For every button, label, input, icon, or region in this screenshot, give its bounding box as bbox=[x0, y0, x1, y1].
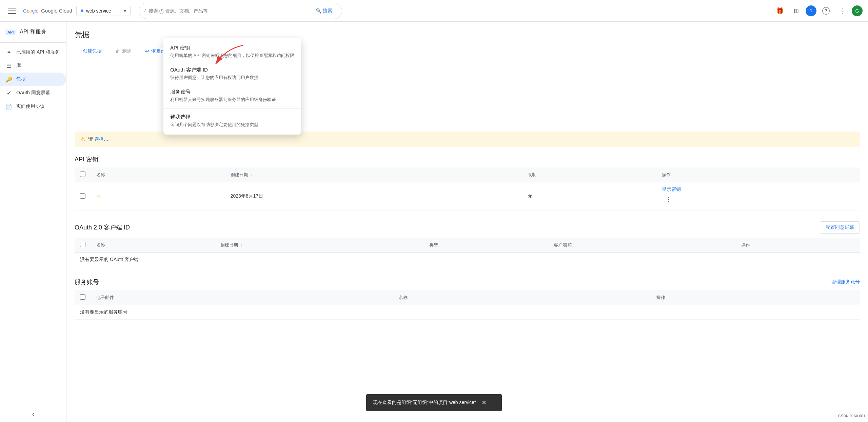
api-keys-header: API 密钥 bbox=[75, 155, 860, 163]
dropdown-item-api-key[interactable]: API 密钥 使用简单的 API 密钥来标识您的项目，以便检查配额和访问权限 bbox=[163, 41, 301, 63]
alert-message: 请 选择… bbox=[88, 136, 108, 142]
project-selector[interactable]: web service ▾ bbox=[76, 6, 131, 16]
main-layout: API API 和服务 ✦ 已启用的 API 和服务 ☰ 库 🔑 凭据 ✔ OA… bbox=[0, 22, 868, 422]
row-date-cell: 2023年8月17日 bbox=[225, 182, 522, 210]
snackbar-message: 现在查看的是组织"无组织"中的项目"web service" bbox=[373, 400, 476, 406]
api-keys-section: API 密钥 名称 创建日期 ↓ 限制 操作 bbox=[75, 155, 860, 210]
library-label: 库 bbox=[16, 63, 21, 69]
sidebar-item-oauth-consent[interactable]: ✔ OAuth 同意屏幕 bbox=[0, 86, 66, 100]
show-key-button[interactable]: 显示密钥 bbox=[662, 186, 681, 193]
row-checkbox[interactable] bbox=[80, 193, 85, 199]
api-keys-col-checkbox bbox=[75, 167, 91, 182]
dropdown-arrow-icon: ▾ bbox=[124, 8, 126, 14]
alert-link[interactable]: 选择… bbox=[94, 136, 108, 142]
help-button[interactable]: ? bbox=[819, 4, 833, 18]
oauth-col-actions: 操作 bbox=[736, 238, 860, 253]
oauth-select-all[interactable] bbox=[80, 242, 85, 247]
api-keys-table-header-row: 名称 创建日期 ↓ 限制 操作 bbox=[75, 167, 860, 182]
notification-count: 1 bbox=[810, 8, 812, 13]
help-choose-desc: 询问几个问题以帮助您决定要使用的凭据类型 bbox=[170, 122, 294, 128]
more-vert-icon: ⋮ bbox=[839, 7, 845, 15]
row-actions-cell: 显示密钥 ⋮ bbox=[656, 182, 860, 210]
topbar-right: 🎁 ⊞ 1 ? ⋮ G bbox=[773, 4, 863, 18]
oauth-consent-label: OAuth 同意屏幕 bbox=[16, 90, 50, 96]
create-credentials-button[interactable]: + 创建凭据 bbox=[75, 45, 106, 57]
api-keys-col-name: 名称 bbox=[91, 167, 225, 182]
snackbar-close-button[interactable]: ✕ bbox=[481, 399, 487, 406]
library-icon: ☰ bbox=[5, 62, 12, 69]
sa-col-checkbox bbox=[75, 290, 91, 305]
sa-col-name: 名称 ↑ bbox=[393, 290, 651, 305]
hamburger-icon bbox=[8, 7, 16, 15]
gift-button[interactable]: 🎁 bbox=[773, 4, 787, 18]
oauth-col-type: 类型 bbox=[424, 238, 548, 253]
logo-text: Google bbox=[23, 8, 38, 14]
sidebar: API API 和服务 ✦ 已启用的 API 和服务 ☰ 库 🔑 凭据 ✔ OA… bbox=[0, 22, 66, 422]
dropdown-item-help-choose[interactable]: 帮我选择 询问几个问题以帮助您决定要使用的凭据类型 bbox=[163, 110, 301, 132]
dropdown-item-service-account[interactable]: 服务账号 利用机器人账号实现服务器到服务器的应用级身份验证 bbox=[163, 85, 301, 107]
row-checkbox-cell bbox=[75, 182, 91, 210]
oauth-section: OAuth 2.0 客户端 ID 配置同意屏幕 名称 创建日期 ↓ 类型 客户端… bbox=[75, 221, 860, 267]
sidebar-item-enabled-apis[interactable]: ✦ 已启用的 API 和服务 bbox=[0, 45, 66, 59]
row-warning-cell: ⚠ bbox=[91, 182, 225, 210]
table-row: 没有要显示的服务账号 bbox=[75, 305, 860, 320]
help-icon: ? bbox=[822, 7, 830, 15]
oauth-table: 名称 创建日期 ↓ 类型 客户端 ID 操作 没有要显示的 OAuth 客户端 bbox=[75, 238, 860, 267]
oauth-empty-message: 没有要显示的 OAuth 客户端 bbox=[75, 253, 860, 267]
project-dot bbox=[81, 9, 83, 12]
logo-g-red2: e bbox=[36, 8, 38, 14]
google-cloud-logo[interactable]: Google Google Cloud bbox=[23, 8, 72, 14]
dropdown-divider bbox=[163, 108, 301, 108]
credentials-icon: 🔑 bbox=[5, 76, 12, 83]
delete-button[interactable]: 🗑 删除 bbox=[111, 45, 136, 57]
topbar: Google Google Cloud web service ▾ / 🔍 搜索… bbox=[0, 0, 868, 22]
enabled-apis-label: 已启用的 API 和服务 bbox=[16, 49, 60, 55]
hamburger-button[interactable] bbox=[5, 4, 19, 18]
enabled-apis-icon: ✦ bbox=[5, 49, 12, 56]
table-row: ⚠ 2023年8月17日 无 显示密钥 ⋮ bbox=[75, 182, 860, 210]
service-accounts-title: 服务账号 bbox=[75, 278, 99, 286]
search-prefix-icon: / bbox=[144, 8, 146, 13]
sidebar-item-library[interactable]: ☰ 库 bbox=[0, 59, 66, 73]
configure-consent-button[interactable]: 配置同意屏幕 bbox=[820, 221, 860, 234]
sidebar-divider-top bbox=[0, 42, 66, 43]
alert-icon: ⚠ bbox=[80, 136, 85, 143]
search-input[interactable] bbox=[149, 8, 309, 14]
delete-icon: 🗑 bbox=[115, 48, 120, 54]
api-keys-title: API 密钥 bbox=[75, 155, 98, 163]
api-keys-table: 名称 创建日期 ↓ 限制 操作 ⚠ 2023年8月17日 bbox=[75, 167, 860, 210]
footer-right-text: CSDN 9160.001 bbox=[838, 414, 865, 418]
page-usage-icon: 📄 bbox=[5, 103, 12, 110]
oauth-title: OAuth 2.0 客户端 ID bbox=[75, 223, 130, 232]
user-avatar[interactable]: G bbox=[852, 5, 863, 16]
search-icon: 🔍 bbox=[316, 8, 321, 14]
search-button[interactable]: 🔍 搜索 bbox=[312, 6, 336, 16]
collapse-icon: ‹ bbox=[32, 410, 35, 418]
sidebar-title: API 和服务 bbox=[20, 28, 46, 36]
api-key-desc: 使用简单的 API 密钥来标识您的项目，以便检查配额和访问权限 bbox=[170, 53, 294, 59]
oauth-col-name: 名称 bbox=[91, 238, 215, 253]
notification-badge[interactable]: 1 bbox=[806, 5, 816, 16]
snackbar-close-icon: ✕ bbox=[481, 399, 487, 406]
row-more-button[interactable]: ⋮ bbox=[662, 193, 675, 206]
gift-icon: 🎁 bbox=[776, 7, 784, 15]
sa-select-all[interactable] bbox=[80, 294, 85, 300]
dropdown-item-oauth-client[interactable]: OAuth 客户端 ID 征得用户同意，让您的应用有权访问用户数据 bbox=[163, 63, 301, 85]
sidebar-item-page-usage[interactable]: 📄 页面使用协议 bbox=[0, 100, 66, 113]
api-key-title: API 密钥 bbox=[170, 45, 294, 51]
more-options-button[interactable]: ⋮ bbox=[835, 4, 849, 18]
search-bar[interactable]: / 🔍 搜索 bbox=[139, 3, 342, 19]
grid-button[interactable]: ⊞ bbox=[789, 4, 803, 18]
row-restriction-cell: 无 bbox=[522, 182, 656, 210]
service-accounts-header-row: 电子邮件 名称 ↑ 操作 bbox=[75, 290, 860, 305]
oauth-client-title: OAuth 客户端 ID bbox=[170, 67, 294, 73]
sa-empty-message: 没有要显示的服务账号 bbox=[75, 305, 860, 320]
topbar-left: Google Google Cloud web service ▾ bbox=[5, 4, 131, 18]
sidebar-item-credentials[interactable]: 🔑 凭据 bbox=[0, 73, 66, 86]
sidebar-collapse-button[interactable]: ‹ bbox=[0, 406, 66, 422]
api-keys-col-date: 创建日期 ↓ bbox=[225, 167, 522, 182]
manage-service-accounts-link[interactable]: 管理服务账号 bbox=[831, 279, 860, 285]
api-keys-select-all[interactable] bbox=[80, 172, 85, 177]
credentials-label: 凭据 bbox=[16, 76, 26, 82]
sidebar-api-label: API bbox=[5, 29, 16, 35]
